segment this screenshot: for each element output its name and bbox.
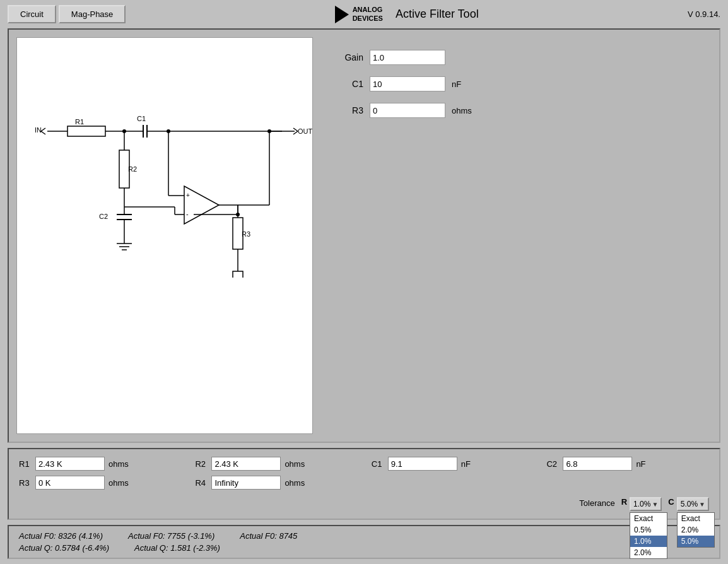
r1-group: R1 ohms bbox=[19, 457, 182, 471]
tolerance-row: Tolerance R 1.0% ▼ Exact 0.5% 1.0% bbox=[19, 497, 709, 511]
svg-point-53 bbox=[236, 213, 240, 216]
c1-row: C1 nF bbox=[338, 76, 472, 91]
r2-label: R2 bbox=[195, 459, 208, 469]
c1-label: C1 bbox=[338, 79, 363, 89]
gain-label: Gain bbox=[338, 52, 363, 62]
r-tolerance-group: 1.0% ▼ Exact 0.5% 1.0% 2.0% bbox=[630, 497, 662, 511]
svg-text:IN: IN bbox=[35, 126, 42, 134]
status-q-2: Actual Q: 1.581 (-2.3%) bbox=[134, 543, 220, 553]
app-container: Circuit Mag-Phase ANALOG DEVICES Active … bbox=[0, 0, 728, 564]
svg-line-59 bbox=[41, 131, 45, 134]
svg-text:R2: R2 bbox=[128, 165, 137, 173]
circuit-diagram: IN R1 C1 bbox=[16, 37, 313, 434]
params-panel: Gain C1 nF R3 ohms bbox=[338, 37, 472, 434]
r3-comp-input[interactable] bbox=[35, 476, 105, 490]
r3-comp-label: R3 bbox=[19, 478, 32, 488]
svg-text:-: - bbox=[186, 210, 189, 218]
c-option-5.0[interactable]: 5.0% bbox=[678, 536, 714, 547]
svg-rect-3 bbox=[68, 126, 105, 136]
r-tolerance-value: 1.0% bbox=[633, 500, 650, 508]
c-option-2.0[interactable]: 2.0% bbox=[678, 524, 714, 536]
status-bar: Actual F0: 8326 (4.1%) Actual F0: 7755 (… bbox=[8, 525, 720, 559]
r-tolerance-dropdown: Exact 0.5% 1.0% 2.0% bbox=[630, 512, 667, 559]
r-tolerance-select[interactable]: 1.0% ▼ bbox=[630, 497, 662, 511]
status-row-1: Actual F0: 8326 (4.1%) Actual F0: 7755 (… bbox=[19, 531, 709, 541]
r4-unit: ohms bbox=[285, 478, 305, 488]
circuit-svg: IN R1 C1 bbox=[23, 44, 314, 278]
r3-input[interactable] bbox=[370, 103, 445, 118]
status-f0-2: Actual F0: 7755 (-3.1%) bbox=[128, 531, 214, 541]
status-row-2: Actual Q: 0.5784 (-6.4%) Actual Q: 1.581… bbox=[19, 543, 709, 553]
logo-triangle-icon bbox=[335, 6, 349, 23]
c-tolerance-dropdown: Exact 2.0% 5.0% bbox=[677, 512, 715, 548]
c-option-exact[interactable]: Exact bbox=[678, 513, 714, 524]
bottom-section: R1 ohms R2 ohms C1 nF C2 nF bbox=[8, 448, 720, 520]
gain-input[interactable] bbox=[370, 50, 445, 65]
r-option-0.5[interactable]: 0.5% bbox=[630, 524, 667, 536]
status-q-1: Actual Q: 0.5784 (-6.4%) bbox=[19, 543, 109, 553]
r-tolerance-letter: R bbox=[621, 497, 627, 507]
svg-rect-48 bbox=[233, 271, 243, 278]
c2-input[interactable] bbox=[563, 457, 632, 471]
c-tolerance-value: 5.0% bbox=[681, 500, 698, 508]
components-grid: R1 ohms R2 ohms C1 nF C2 nF bbox=[19, 457, 709, 490]
version-label: V 0.9.14. bbox=[688, 9, 720, 19]
top-section: IN R1 C1 bbox=[8, 28, 720, 443]
c-tolerance-group: 5.0% ▼ Exact 2.0% 5.0% bbox=[677, 497, 709, 511]
r4-input[interactable] bbox=[211, 476, 281, 490]
c1-comp-input[interactable] bbox=[388, 457, 457, 471]
r3-label: R3 bbox=[338, 105, 363, 115]
c2-unit: nF bbox=[636, 459, 655, 469]
r3-comp-group: R3 ohms bbox=[19, 476, 182, 490]
r-option-1.0[interactable]: 1.0% bbox=[630, 536, 667, 547]
c1-comp-group: C1 nF bbox=[372, 457, 534, 471]
r4-label: R4 bbox=[195, 478, 208, 488]
r2-unit: ohms bbox=[285, 459, 305, 469]
app-title: Active Filter Tool bbox=[396, 8, 479, 21]
gain-row: Gain bbox=[338, 50, 472, 65]
logo-area: ANALOG DEVICES Active Filter Tool bbox=[335, 6, 479, 23]
svg-text:R1: R1 bbox=[75, 118, 84, 126]
tab-mag-phase[interactable]: Mag-Phase bbox=[59, 5, 126, 23]
svg-text:C1: C1 bbox=[137, 115, 146, 122]
header: Circuit Mag-Phase ANALOG DEVICES Active … bbox=[0, 0, 728, 28]
c1-unit: nF bbox=[452, 79, 461, 89]
r4-group: R4 ohms bbox=[195, 476, 358, 490]
svg-text:+: + bbox=[186, 192, 190, 199]
c2-label: C2 bbox=[546, 459, 559, 469]
r3-unit: ohms bbox=[452, 106, 472, 115]
r3-comp-unit: ohms bbox=[109, 478, 129, 488]
c-tolerance-select[interactable]: 5.0% ▼ bbox=[677, 497, 709, 511]
r-dropdown-arrow-icon: ▼ bbox=[652, 501, 658, 508]
c1-comp-unit: nF bbox=[461, 459, 480, 469]
r-option-2.0[interactable]: 2.0% bbox=[630, 547, 667, 558]
main-content: IN R1 C1 bbox=[0, 28, 728, 564]
svg-text:OUT: OUT bbox=[298, 127, 313, 135]
svg-text:R3: R3 bbox=[242, 230, 250, 238]
r1-label: R1 bbox=[19, 459, 32, 469]
r1-input[interactable] bbox=[35, 457, 105, 471]
svg-text:C2: C2 bbox=[99, 213, 108, 220]
r-option-exact[interactable]: Exact bbox=[630, 513, 667, 524]
r3-row: R3 ohms bbox=[338, 103, 472, 118]
logo-text: ANALOG DEVICES bbox=[353, 6, 383, 22]
tab-circuit[interactable]: Circuit bbox=[8, 5, 56, 23]
r2-group: R2 ohms bbox=[195, 457, 358, 471]
status-f0-1: Actual F0: 8326 (4.1%) bbox=[19, 531, 103, 541]
r2-input[interactable] bbox=[211, 457, 281, 471]
r1-unit: ohms bbox=[109, 459, 129, 469]
svg-point-42 bbox=[267, 129, 271, 133]
status-f0-3: Actual F0: 8745 bbox=[240, 531, 297, 541]
svg-line-58 bbox=[41, 128, 45, 131]
c-dropdown-arrow-icon: ▼ bbox=[699, 501, 705, 508]
analog-devices-logo: ANALOG DEVICES bbox=[335, 6, 383, 23]
c2-group: C2 nF bbox=[546, 457, 709, 471]
tolerance-label: Tolerance bbox=[579, 498, 614, 508]
c1-comp-label: C1 bbox=[372, 459, 384, 469]
c1-input[interactable] bbox=[370, 76, 445, 91]
c-tolerance-letter: C bbox=[668, 497, 674, 507]
